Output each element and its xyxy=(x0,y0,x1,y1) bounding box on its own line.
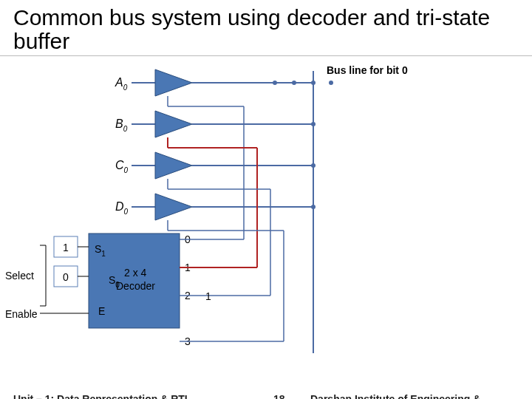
select-brace xyxy=(40,245,46,306)
footer-inst: Darshan Institute of Engineering & Techn… xyxy=(310,393,532,399)
svg-point-13 xyxy=(292,81,296,85)
buffer-B xyxy=(155,111,192,137)
svg-point-12 xyxy=(273,81,277,85)
diagram-svg: A0B0C0D0 Bus line for bit 0 S1 S0 2 x 4 … xyxy=(0,0,532,399)
select-label: Select xyxy=(5,270,34,282)
footer-page: 18 xyxy=(273,393,285,399)
svg-point-14 xyxy=(329,81,333,85)
buffer-label-B: B0 xyxy=(115,117,128,133)
decoder-e: E xyxy=(98,305,105,317)
bus-label: Bus line for bit 0 xyxy=(327,64,408,76)
enable-label: Enable xyxy=(5,308,38,320)
buffer-label-C: C0 xyxy=(115,159,129,174)
buffer-label-A: A0 xyxy=(115,76,128,92)
sel1-value: 1 xyxy=(63,242,69,253)
buffer-C xyxy=(155,152,192,179)
buffer-label-D: D0 xyxy=(115,200,129,216)
active-output: 1 xyxy=(205,290,211,302)
decoder-name-1: 2 x 4 xyxy=(124,267,147,279)
sel0-value: 0 xyxy=(63,271,69,283)
footer-unit: Unit – 1: Data Representation & RTL xyxy=(13,393,191,399)
buffer-D xyxy=(155,194,192,220)
buffer-A xyxy=(155,69,192,96)
decoder-name-2: Decoder xyxy=(116,280,155,292)
